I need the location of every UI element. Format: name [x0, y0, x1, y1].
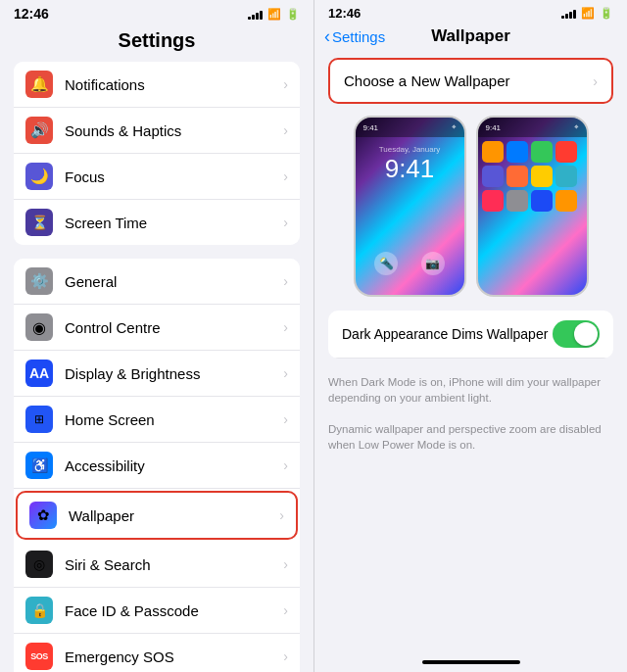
controlcentre-label: Control Centre	[65, 319, 283, 336]
app-icon-8	[555, 166, 577, 187]
chevron-icon: ›	[283, 76, 288, 92]
app-icon-11	[531, 190, 553, 212]
chevron-icon: ›	[283, 365, 288, 381]
choose-wallpaper-label: Choose a New Wallpaper	[344, 72, 593, 89]
app-icon-10	[506, 190, 528, 212]
sidebar-item-siri[interactable]: ◎ Siri & Search ›	[14, 542, 300, 588]
choose-wallpaper-item[interactable]: Choose a New Wallpaper ›	[330, 60, 611, 102]
chevron-icon: ›	[283, 319, 288, 335]
settings-group-2: ⚙️ General › ◉ Control Centre › AA Displ…	[14, 259, 300, 672]
left-time: 12:46	[14, 6, 49, 22]
desc2-text: Dynamic wallpaper and perspective zoom a…	[314, 413, 627, 460]
sidebar-item-general[interactable]: ⚙️ General ›	[14, 259, 300, 305]
siri-icon: ◎	[25, 551, 53, 578]
left-panel: 12:46 📶 🔋 Settings 🔔 Notifications › 🔊 S…	[0, 0, 314, 672]
app-icon-7	[531, 166, 553, 187]
app-icon-1	[482, 141, 504, 163]
display-label: Display & Brightness	[65, 365, 283, 382]
focus-icon: 🌙	[25, 163, 53, 190]
sidebar-item-notifications[interactable]: 🔔 Notifications ›	[14, 62, 300, 108]
phone-icons-left: ⌖	[452, 122, 457, 132]
choose-wallpaper-box[interactable]: Choose a New Wallpaper ›	[328, 58, 613, 104]
sidebar-item-display[interactable]: AA Display & Brightness ›	[14, 351, 300, 397]
homescreen-icon: ⊞	[25, 406, 53, 433]
chevron-icon: ›	[283, 168, 288, 184]
chevron-left-icon: ‹	[324, 26, 330, 47]
sidebar-item-controlcentre[interactable]: ◉ Control Centre ›	[14, 305, 300, 351]
right-time: 12:46	[328, 6, 361, 21]
phone-top-bar-left: 9:41 ⌖	[356, 118, 464, 137]
dark-appearance-row: Dark Appearance Dims Wallpaper	[328, 311, 613, 359]
right-battery-icon: 🔋	[600, 7, 613, 20]
right-status-bar: 12:46 📶 🔋	[314, 0, 627, 24]
left-status-bar: 12:46 📶 🔋	[0, 0, 314, 25]
page-title: Wallpaper	[431, 26, 510, 46]
chevron-icon: ›	[283, 215, 288, 230]
sidebar-item-faceid[interactable]: 🔒 Face ID & Passcode ›	[14, 588, 300, 634]
right-scroll: Choose a New Wallpaper › 9:41 ⌖ Tuesday,…	[314, 54, 627, 660]
sounds-label: Sounds & Haptics	[65, 122, 283, 139]
dark-appearance-section: Dark Appearance Dims Wallpaper	[328, 311, 613, 359]
chevron-icon: ›	[279, 507, 284, 523]
phone-flashlight-icon: 🔦	[374, 252, 398, 275]
right-signal-icon	[561, 8, 576, 19]
app-icon-4	[555, 141, 577, 163]
phone-time-left: 9:41	[363, 123, 379, 132]
focus-label: Focus	[65, 168, 283, 185]
app-icon-9	[482, 190, 504, 212]
homescreen-label: Home Screen	[65, 411, 283, 428]
emergencysos-icon: SOS	[25, 643, 53, 670]
app-icon-6	[506, 166, 528, 187]
sidebar-item-screentime[interactable]: ⏳ Screen Time ›	[14, 200, 300, 245]
right-wifi-icon: 📶	[581, 7, 595, 20]
phone-top-bar-right: 9:41 ⌖	[478, 118, 587, 137]
phone-camera-icon: 📷	[421, 252, 445, 275]
phone-icons-right: ⌖	[574, 122, 579, 132]
back-button[interactable]: ‹ Settings	[324, 26, 385, 47]
sounds-icon: 🔊	[25, 117, 53, 144]
faceid-label: Face ID & Passcode	[65, 602, 283, 619]
app-icon-12	[555, 190, 577, 212]
notifications-icon: 🔔	[25, 71, 53, 98]
sidebar-item-accessibility[interactable]: ♿ Accessibility ›	[14, 443, 300, 489]
notifications-label: Notifications	[65, 76, 283, 93]
sidebar-item-focus[interactable]: 🌙 Focus ›	[14, 154, 300, 200]
settings-title: Settings	[0, 25, 314, 62]
settings-group-1: 🔔 Notifications › 🔊 Sounds & Haptics › 🌙…	[14, 62, 300, 245]
siri-label: Siri & Search	[65, 556, 283, 573]
accessibility-icon: ♿	[25, 452, 53, 479]
chevron-icon: ›	[283, 457, 288, 473]
chevron-icon: ›	[283, 648, 288, 664]
phone-date-left: Tuesday, January	[356, 145, 464, 154]
sidebar-item-emergencysos[interactable]: SOS Emergency SOS ›	[14, 634, 300, 672]
wallpaper-icon: ✿	[29, 502, 57, 529]
phone-time-right: 9:41	[486, 123, 502, 132]
right-panel: 12:46 📶 🔋 ‹ Settings Wallpaper Choose a …	[314, 0, 627, 672]
dark-appearance-label: Dark Appearance Dims Wallpaper	[342, 326, 553, 342]
sidebar-item-homescreen[interactable]: ⊞ Home Screen ›	[14, 397, 300, 443]
faceid-icon: 🔒	[25, 597, 53, 624]
sidebar-item-wallpaper[interactable]: ✿ Wallpaper ›	[16, 491, 298, 540]
desc1-text: When Dark Mode is on, iPhone will dim yo…	[314, 366, 627, 413]
lockscreen-mockup: 9:41 ⌖ Tuesday, January 9:41 🔦 📷	[354, 116, 466, 297]
sidebar-item-sounds[interactable]: 🔊 Sounds & Haptics ›	[14, 108, 300, 154]
phone-app-grid	[478, 137, 587, 216]
homescreen-mockup: 9:41 ⌖	[476, 116, 589, 297]
left-status-icons: 📶 🔋	[248, 8, 300, 21]
accessibility-label: Accessibility	[65, 457, 283, 474]
screentime-label: Screen Time	[65, 215, 283, 231]
toggle-knob	[574, 322, 598, 346]
display-icon: AA	[25, 360, 53, 387]
general-icon: ⚙️	[25, 267, 53, 295]
back-label: Settings	[332, 28, 385, 45]
chevron-icon: ›	[283, 602, 288, 618]
dark-appearance-toggle[interactable]	[553, 320, 600, 348]
app-icon-3	[531, 141, 553, 163]
wallpaper-label: Wallpaper	[69, 507, 279, 524]
chevron-icon: ›	[283, 273, 288, 289]
phone-bigtime-left: 9:41	[356, 154, 464, 184]
home-bar	[422, 660, 520, 664]
right-status-icons: 📶 🔋	[561, 7, 613, 20]
app-icon-5	[482, 166, 504, 187]
right-nav: ‹ Settings Wallpaper	[314, 24, 627, 54]
